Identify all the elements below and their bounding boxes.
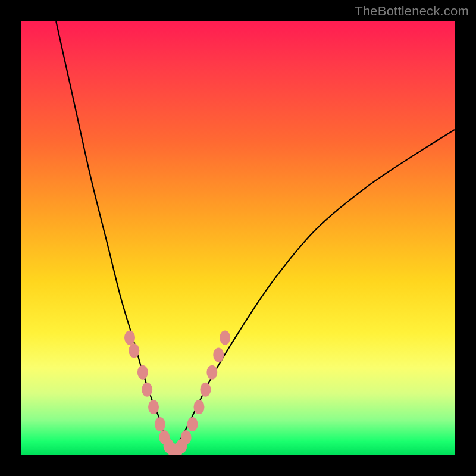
dots-layer — [124, 330, 230, 455]
data-dot — [187, 417, 198, 431]
chart-frame: TheBottleneck.com — [0, 0, 476, 476]
chart-svg — [21, 21, 455, 455]
data-dot — [200, 383, 211, 397]
curve-left-branch — [56, 21, 173, 450]
curve-layer — [56, 21, 455, 450]
data-dot — [206, 365, 217, 380]
data-dot — [155, 417, 165, 431]
data-dot — [181, 430, 192, 444]
data-dot — [148, 400, 159, 414]
data-dot — [137, 365, 148, 380]
curve-right-branch — [173, 130, 455, 450]
data-dot — [142, 383, 152, 397]
data-dot — [129, 343, 139, 358]
data-dot — [193, 400, 204, 414]
data-dot — [220, 330, 230, 345]
plot-area — [21, 21, 455, 455]
data-dot — [213, 348, 224, 362]
watermark-text: TheBottleneck.com — [355, 4, 469, 19]
data-dot — [124, 330, 135, 345]
